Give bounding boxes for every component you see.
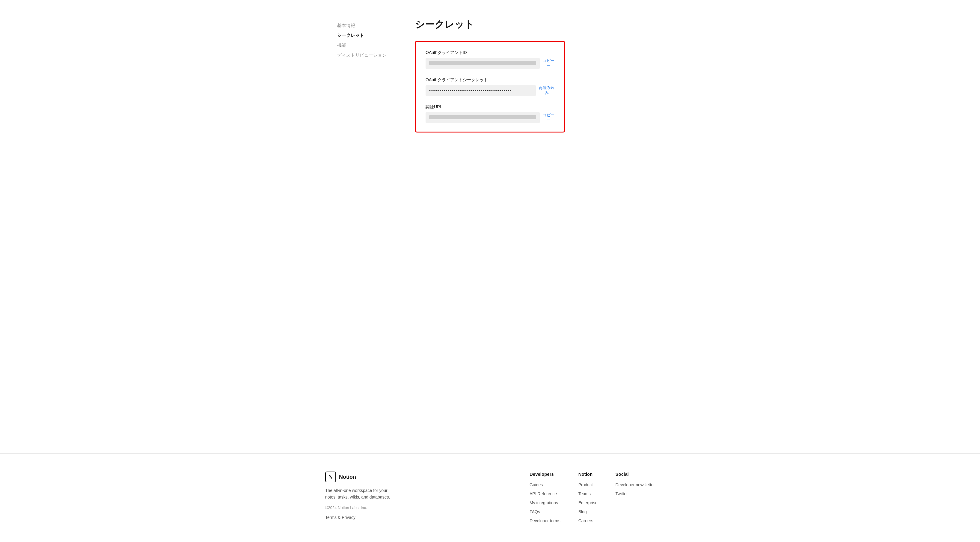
- oauth-client-secret-reload-button[interactable]: 再読み込み: [539, 85, 554, 96]
- footer-brand: N Notion The all-in-one workspace for yo…: [325, 472, 512, 520]
- content-area: シークレット OAuthクライアントID コピーー OAuthクライアントシーク…: [397, 18, 643, 429]
- footer-link-0-4[interactable]: Developer terms: [530, 518, 560, 523]
- oauth-client-id-label: OAuthクライアントID: [426, 50, 554, 56]
- footer-logo: N Notion: [325, 472, 512, 482]
- auth-url-copy-button[interactable]: コピーー: [543, 113, 554, 123]
- page-title: シークレット: [415, 18, 643, 31]
- footer-link-2-0[interactable]: Developer newsletter: [615, 482, 655, 487]
- oauth-client-secret-input: ••••••••••••••••••••••••••••••••••••••••: [426, 85, 536, 96]
- footer-copyright: ©2024 Notion Labs, Inc.: [325, 505, 512, 510]
- oauth-client-id-input: [426, 58, 540, 69]
- footer-link-0-0[interactable]: Guides: [530, 482, 543, 487]
- footer: N Notion The all-in-one workspace for yo…: [0, 454, 980, 542]
- auth-url-masked: [429, 115, 536, 119]
- footer-link-1-0[interactable]: Product: [578, 482, 593, 487]
- footer-link-1-1[interactable]: Teams: [578, 491, 591, 496]
- footer-columns: DevelopersGuidesAPI ReferenceMy integrat…: [530, 472, 655, 527]
- footer-col-0: DevelopersGuidesAPI ReferenceMy integrat…: [530, 472, 560, 527]
- footer-col-2: SocialDeveloper newsletterTwitter: [615, 472, 655, 527]
- oauth-client-id-row: コピーー: [426, 58, 554, 69]
- oauth-client-id-copy-button[interactable]: コピーー: [543, 59, 554, 69]
- footer-tagline: The all-in-one workspace for your notes,…: [325, 487, 391, 501]
- sidebar-item-secret[interactable]: シークレット: [337, 30, 397, 40]
- footer-link-1-4[interactable]: Careers: [578, 518, 593, 523]
- footer-link-2-1[interactable]: Twitter: [615, 491, 628, 496]
- footer-link-0-2[interactable]: My integrations: [530, 501, 558, 505]
- footer-inner: N Notion The all-in-one workspace for yo…: [325, 472, 655, 527]
- sidebar: 基本情報 シークレット 機能 ディストリビューション: [337, 18, 397, 429]
- oauth-client-id-section: OAuthクライアントID コピーー: [426, 50, 554, 69]
- footer-col-2-heading: Social: [615, 472, 655, 477]
- secrets-box: OAuthクライアントID コピーー OAuthクライアントシークレット •••…: [415, 41, 565, 132]
- oauth-client-secret-section: OAuthクライアントシークレット ••••••••••••••••••••••…: [426, 77, 554, 96]
- oauth-client-secret-label: OAuthクライアントシークレット: [426, 77, 554, 83]
- auth-url-input: [426, 112, 540, 123]
- footer-link-1-2[interactable]: Enterprise: [578, 501, 598, 505]
- footer-link-0-3[interactable]: FAQs: [530, 509, 540, 514]
- oauth-client-secret-row: ••••••••••••••••••••••••••••••••••••••••…: [426, 85, 554, 96]
- footer-col-1-heading: Notion: [578, 472, 598, 477]
- footer-brand-name: Notion: [339, 474, 356, 480]
- sidebar-item-kino[interactable]: 機能: [337, 40, 397, 50]
- footer-terms-link[interactable]: Terms & Privacy: [325, 515, 355, 520]
- sidebar-item-distribution[interactable]: ディストリビューション: [337, 50, 397, 60]
- auth-url-label: 認証URL: [426, 104, 554, 110]
- footer-col-0-heading: Developers: [530, 472, 560, 477]
- oauth-client-id-masked: [429, 61, 536, 65]
- footer-link-0-1[interactable]: API Reference: [530, 491, 557, 496]
- footer-link-1-3[interactable]: Blog: [578, 509, 587, 514]
- footer-col-1: NotionProductTeamsEnterpriseBlogCareers: [578, 472, 598, 527]
- notion-logo-icon: N: [325, 472, 336, 482]
- auth-url-row: コピーー: [426, 112, 554, 123]
- sidebar-item-kihon[interactable]: 基本情報: [337, 21, 397, 30]
- auth-url-section: 認証URL コピーー: [426, 104, 554, 123]
